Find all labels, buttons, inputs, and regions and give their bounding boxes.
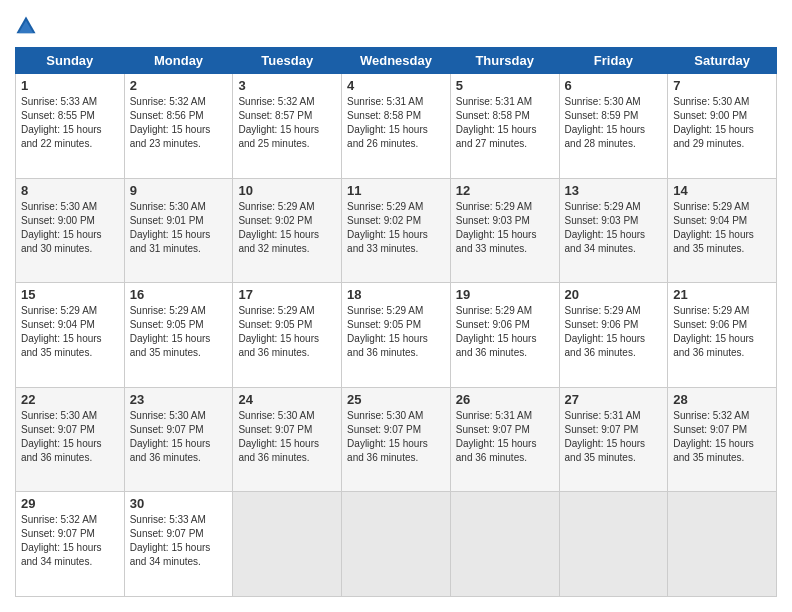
table-row: 6 Sunrise: 5:30 AM Sunset: 8:59 PM Dayli… [559,74,668,179]
table-row [450,492,559,597]
table-row: 25 Sunrise: 5:30 AM Sunset: 9:07 PM Dayl… [342,387,451,492]
calendar-row: 29 Sunrise: 5:32 AM Sunset: 9:07 PM Dayl… [16,492,777,597]
day-info: Sunrise: 5:29 AM Sunset: 9:03 PM Dayligh… [565,200,663,256]
day-number: 12 [456,183,554,198]
day-number: 17 [238,287,336,302]
table-row: 7 Sunrise: 5:30 AM Sunset: 9:00 PM Dayli… [668,74,777,179]
table-row [233,492,342,597]
day-info: Sunrise: 5:30 AM Sunset: 9:00 PM Dayligh… [673,95,771,151]
day-number: 5 [456,78,554,93]
day-number: 3 [238,78,336,93]
logo [15,15,39,37]
day-number: 30 [130,496,228,511]
day-number: 15 [21,287,119,302]
day-info: Sunrise: 5:33 AM Sunset: 8:55 PM Dayligh… [21,95,119,151]
table-row: 10 Sunrise: 5:29 AM Sunset: 9:02 PM Dayl… [233,178,342,283]
day-number: 10 [238,183,336,198]
table-row: 29 Sunrise: 5:32 AM Sunset: 9:07 PM Dayl… [16,492,125,597]
table-row: 18 Sunrise: 5:29 AM Sunset: 9:05 PM Dayl… [342,283,451,388]
logo-icon [15,15,37,37]
day-info: Sunrise: 5:31 AM Sunset: 8:58 PM Dayligh… [347,95,445,151]
table-row [342,492,451,597]
day-info: Sunrise: 5:30 AM Sunset: 9:07 PM Dayligh… [347,409,445,465]
day-number: 22 [21,392,119,407]
table-row: 8 Sunrise: 5:30 AM Sunset: 9:00 PM Dayli… [16,178,125,283]
table-row: 28 Sunrise: 5:32 AM Sunset: 9:07 PM Dayl… [668,387,777,492]
day-number: 2 [130,78,228,93]
col-sunday: Sunday [16,48,125,74]
table-row: 5 Sunrise: 5:31 AM Sunset: 8:58 PM Dayli… [450,74,559,179]
day-info: Sunrise: 5:32 AM Sunset: 9:07 PM Dayligh… [673,409,771,465]
day-number: 19 [456,287,554,302]
table-row: 4 Sunrise: 5:31 AM Sunset: 8:58 PM Dayli… [342,74,451,179]
day-number: 27 [565,392,663,407]
day-number: 16 [130,287,228,302]
day-number: 14 [673,183,771,198]
col-friday: Friday [559,48,668,74]
day-info: Sunrise: 5:29 AM Sunset: 9:06 PM Dayligh… [456,304,554,360]
page: Sunday Monday Tuesday Wednesday Thursday… [0,0,792,612]
day-number: 11 [347,183,445,198]
day-info: Sunrise: 5:29 AM Sunset: 9:03 PM Dayligh… [456,200,554,256]
table-row: 16 Sunrise: 5:29 AM Sunset: 9:05 PM Dayl… [124,283,233,388]
day-number: 1 [21,78,119,93]
day-info: Sunrise: 5:30 AM Sunset: 9:07 PM Dayligh… [130,409,228,465]
calendar-row: 22 Sunrise: 5:30 AM Sunset: 9:07 PM Dayl… [16,387,777,492]
table-row [668,492,777,597]
day-number: 8 [21,183,119,198]
day-info: Sunrise: 5:32 AM Sunset: 9:07 PM Dayligh… [21,513,119,569]
table-row: 26 Sunrise: 5:31 AM Sunset: 9:07 PM Dayl… [450,387,559,492]
table-row: 30 Sunrise: 5:33 AM Sunset: 9:07 PM Dayl… [124,492,233,597]
day-info: Sunrise: 5:29 AM Sunset: 9:05 PM Dayligh… [130,304,228,360]
day-number: 24 [238,392,336,407]
table-row: 17 Sunrise: 5:29 AM Sunset: 9:05 PM Dayl… [233,283,342,388]
table-row: 21 Sunrise: 5:29 AM Sunset: 9:06 PM Dayl… [668,283,777,388]
day-info: Sunrise: 5:30 AM Sunset: 9:00 PM Dayligh… [21,200,119,256]
table-row: 1 Sunrise: 5:33 AM Sunset: 8:55 PM Dayli… [16,74,125,179]
col-tuesday: Tuesday [233,48,342,74]
day-number: 23 [130,392,228,407]
day-info: Sunrise: 5:29 AM Sunset: 9:04 PM Dayligh… [21,304,119,360]
table-row: 3 Sunrise: 5:32 AM Sunset: 8:57 PM Dayli… [233,74,342,179]
day-info: Sunrise: 5:31 AM Sunset: 9:07 PM Dayligh… [456,409,554,465]
day-number: 7 [673,78,771,93]
table-row: 23 Sunrise: 5:30 AM Sunset: 9:07 PM Dayl… [124,387,233,492]
day-info: Sunrise: 5:29 AM Sunset: 9:05 PM Dayligh… [347,304,445,360]
table-row: 15 Sunrise: 5:29 AM Sunset: 9:04 PM Dayl… [16,283,125,388]
day-number: 9 [130,183,228,198]
day-info: Sunrise: 5:29 AM Sunset: 9:05 PM Dayligh… [238,304,336,360]
table-row: 11 Sunrise: 5:29 AM Sunset: 9:02 PM Dayl… [342,178,451,283]
calendar-row: 15 Sunrise: 5:29 AM Sunset: 9:04 PM Dayl… [16,283,777,388]
day-number: 18 [347,287,445,302]
col-saturday: Saturday [668,48,777,74]
day-info: Sunrise: 5:29 AM Sunset: 9:04 PM Dayligh… [673,200,771,256]
day-info: Sunrise: 5:30 AM Sunset: 9:07 PM Dayligh… [21,409,119,465]
table-row: 14 Sunrise: 5:29 AM Sunset: 9:04 PM Dayl… [668,178,777,283]
day-info: Sunrise: 5:30 AM Sunset: 9:01 PM Dayligh… [130,200,228,256]
day-number: 26 [456,392,554,407]
table-row [559,492,668,597]
day-number: 6 [565,78,663,93]
day-number: 13 [565,183,663,198]
day-info: Sunrise: 5:32 AM Sunset: 8:56 PM Dayligh… [130,95,228,151]
calendar-table: Sunday Monday Tuesday Wednesday Thursday… [15,47,777,597]
table-row: 27 Sunrise: 5:31 AM Sunset: 9:07 PM Dayl… [559,387,668,492]
day-info: Sunrise: 5:30 AM Sunset: 9:07 PM Dayligh… [238,409,336,465]
day-info: Sunrise: 5:33 AM Sunset: 9:07 PM Dayligh… [130,513,228,569]
calendar-row: 8 Sunrise: 5:30 AM Sunset: 9:00 PM Dayli… [16,178,777,283]
calendar-row: 1 Sunrise: 5:33 AM Sunset: 8:55 PM Dayli… [16,74,777,179]
day-info: Sunrise: 5:29 AM Sunset: 9:02 PM Dayligh… [347,200,445,256]
table-row: 13 Sunrise: 5:29 AM Sunset: 9:03 PM Dayl… [559,178,668,283]
day-info: Sunrise: 5:31 AM Sunset: 8:58 PM Dayligh… [456,95,554,151]
day-number: 25 [347,392,445,407]
day-info: Sunrise: 5:29 AM Sunset: 9:06 PM Dayligh… [673,304,771,360]
day-info: Sunrise: 5:30 AM Sunset: 8:59 PM Dayligh… [565,95,663,151]
day-number: 28 [673,392,771,407]
col-wednesday: Wednesday [342,48,451,74]
header [15,15,777,37]
day-number: 21 [673,287,771,302]
day-number: 4 [347,78,445,93]
table-row: 2 Sunrise: 5:32 AM Sunset: 8:56 PM Dayli… [124,74,233,179]
table-row: 22 Sunrise: 5:30 AM Sunset: 9:07 PM Dayl… [16,387,125,492]
table-row: 24 Sunrise: 5:30 AM Sunset: 9:07 PM Dayl… [233,387,342,492]
